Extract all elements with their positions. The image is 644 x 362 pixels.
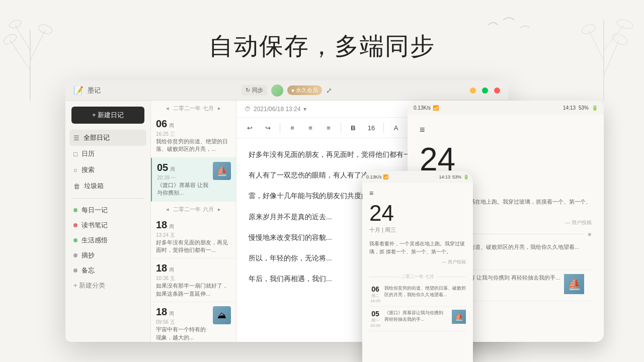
tablet-battery-label: 53% <box>579 105 589 111</box>
tag-quote-label: 摘抄 <box>82 251 95 260</box>
search-label: 搜索 <box>82 165 95 174</box>
heart-icon: ♥ <box>291 87 295 94</box>
diary-time-june-3: 09:56 五 <box>156 319 210 326</box>
all-diary-label: 全部日记 <box>84 133 110 142</box>
diary-item-june-2[interactable]: 18 周 10:36 五 如果没有那半一扇门就好了，如果这条路一直延伸... <box>151 258 236 302</box>
trash-icon: 🗑 <box>73 183 80 190</box>
list-icon: ☰ <box>73 134 79 142</box>
minimize-button[interactable] <box>470 87 476 94</box>
diary-item[interactable]: 06 周 16:25 三 我给你贫穷的街道、绝望的日落、破败郊区的月亮，... <box>151 114 236 158</box>
phone-date-sub: 十月 | 周三 <box>369 226 466 234</box>
sidebar-tags: 每日一记 读书笔记 生活感悟 摘抄 <box>65 203 150 278</box>
daily-dot-icon <box>73 208 77 212</box>
phone-date-big: 24 <box>369 202 466 224</box>
sync-button[interactable]: ↻ 同步 <box>242 85 267 96</box>
title-bar-center: ↻ 同步 ♥ 永久会员 ⤢ <box>180 84 393 97</box>
phone-preview-text: 我看着窗外，一个灵感在地上跑。我穿过玻璃，抓 摸着一个、第一个、第一个。 <box>369 240 466 256</box>
tablet-statusbar-right: 14:13 53% 🔋 <box>563 105 598 111</box>
main-container: 📝 墨记 ↻ 同步 ♥ 永久会员 ⤢ <box>65 80 604 352</box>
prev-month-icon[interactable]: ◂ <box>166 105 169 112</box>
phone-statusbar: 0.13K/s 📶 14:13 53% 🔋 <box>362 171 473 183</box>
memo-dot-icon <box>73 268 77 273</box>
tag-memo[interactable]: 备忘 <box>69 263 146 278</box>
tag-reading-label: 读书笔记 <box>82 221 108 230</box>
phone-day-2: 05 <box>369 310 381 318</box>
sidebar-item-trash[interactable]: 🗑 垃圾箱 <box>69 178 146 194</box>
align-center-button[interactable]: ≡ <box>303 121 317 135</box>
sidebar-item-all-diary[interactable]: ☰ 全部日记 <box>69 130 146 146</box>
diary-time-june-1: 13:24 五 <box>156 232 231 239</box>
date-expand-icon[interactable]: ▾ <box>303 106 306 113</box>
diary-date-june-2: 18 周 <box>156 262 231 274</box>
diary-june-3-content: 18 周 09:56 五 宇宙中有一个特有的现象，越大的... <box>156 306 210 341</box>
phone-meta-1: 周二16:25 <box>369 293 381 303</box>
sidebar-divider <box>71 198 144 199</box>
phone-menu-icon[interactable]: ≡ <box>369 189 466 197</box>
date-group-june: ◂ 二零二一年 六月 ▸ <box>151 202 236 215</box>
sidebar-item-calendar[interactable]: □ 日历 <box>69 146 146 162</box>
phone-section-line-left <box>369 277 399 277</box>
phone-diary-item-1[interactable]: 06 周二16:25 我给你贫穷的街道、绝望的日落、破败郊区的月亮，我给你久久地… <box>369 282 466 307</box>
diary-item-active[interactable]: 05 周 20:39 一 《渡口》席慕容 让我与你携别... ⛵ <box>151 158 236 202</box>
sidebar-item-search[interactable]: ○ 搜索 <box>69 162 146 178</box>
editor-date: ⏱ 2021/06/18 13:24 ▾ <box>245 106 306 113</box>
phone-meta-2: 周一20:39 <box>369 318 381 328</box>
bold-button[interactable]: B <box>346 121 360 135</box>
next-month-june-icon[interactable]: ▸ <box>218 206 221 213</box>
phone-date-col-2: 05 周一20:39 <box>369 310 381 328</box>
svg-point-6 <box>8 19 22 29</box>
sync-label: 同步 <box>252 86 263 94</box>
diary-day-june-1: 18 <box>156 219 167 231</box>
reading-dot-icon <box>73 223 77 227</box>
font-size-button[interactable]: 16 <box>364 121 378 135</box>
calendar-label: 日历 <box>82 149 95 158</box>
diary-june-2-content: 18 周 10:36 五 如果没有那半一扇门就好了，如果这条路一直延伸... <box>156 262 231 298</box>
tablet-ship-image: ⛵ <box>564 274 584 294</box>
diary-june-1-content: 18 周 13:24 五 好多年没有见面的朋友，再见面时，觉得他们都有一... <box>156 219 231 254</box>
expand-icon[interactable]: ⤢ <box>326 86 332 95</box>
diary-thumbnail-june-3: ⛰ <box>213 306 231 324</box>
diary-weekday: 周 <box>169 122 174 129</box>
phone-diary-item-2[interactable]: 05 周一20:39 《渡口》席慕容让我与你携到 再轻轻抽去我的手... ⛵ <box>369 307 466 331</box>
search-icon: ○ <box>73 166 77 174</box>
life-dot-icon <box>73 238 77 242</box>
sidebar-nav: ☰ 全部日记 □ 日历 ○ 搜索 🗑 垃圾箱 <box>65 130 150 194</box>
prev-month-june-icon[interactable]: ◂ <box>166 206 169 213</box>
phone-window: 0.13K/s 📶 14:13 53% 🔋 ≡ 24 十月 | 周三 我看着窗外… <box>362 171 473 362</box>
tablet-menu-icon[interactable]: ≡ <box>420 125 592 135</box>
tag-reading[interactable]: 读书笔记 <box>69 218 146 233</box>
june-label: 二零二一年 六月 <box>173 206 213 213</box>
close-button[interactable] <box>494 87 500 94</box>
new-category-button[interactable]: + 新建分类 <box>65 278 150 293</box>
date-group-july: ◂ 二零二一年 七月 ▸ <box>151 101 236 114</box>
phone-day-1: 06 <box>369 285 381 293</box>
tablet-network-label: 0.13K/s <box>414 105 431 111</box>
align-right-button[interactable]: ≡ <box>321 121 336 135</box>
tag-quote[interactable]: 摘抄 <box>69 248 146 263</box>
diary-item-june-1[interactable]: 18 周 13:24 五 好多年没有见面的朋友，再见面时，觉得他们都有一... <box>151 215 236 259</box>
diary-list-panel: ◂ 二零二一年 七月 ▸ 06 周 16:25 三 我给你贫穷的街道、绝望的日落… <box>151 101 236 342</box>
quote-dot-icon <box>73 253 77 257</box>
tablet-diary-thumbnail: ⛵ <box>564 274 584 294</box>
redo-button[interactable]: ↪ <box>261 121 275 135</box>
phone-network-label: 0.13K/s <box>366 174 382 179</box>
undo-button[interactable]: ↩ <box>243 121 257 135</box>
phone-section-line-right <box>436 277 466 277</box>
tag-daily[interactable]: 每日一记 <box>69 203 146 218</box>
new-diary-button[interactable]: + 新建日记 <box>71 107 144 124</box>
maximize-button[interactable] <box>482 87 488 94</box>
next-month-icon[interactable]: ▸ <box>218 105 221 112</box>
diary-weekday-june-2: 周 <box>169 266 174 274</box>
page-title: 自动保存，多端同步 <box>0 30 644 62</box>
editor-date-value: 2021/06/18 13:24 <box>254 106 300 113</box>
diary-weekday-june-1: 周 <box>169 223 174 230</box>
toolbar-divider-2 <box>341 123 341 133</box>
diary-date-2: 05 周 <box>157 162 210 173</box>
align-left-button[interactable]: ≡ <box>285 121 299 135</box>
diary-item-june-3[interactable]: 18 周 09:56 五 宇宙中有一个特有的现象，越大的... ⛰ <box>151 302 236 342</box>
font-color-button[interactable]: A <box>389 121 403 135</box>
title-bar-left: 📝 墨记 <box>73 85 180 95</box>
tag-life[interactable]: 生活感悟 <box>69 233 146 248</box>
diary-day-june-2: 18 <box>156 262 167 274</box>
phone-wifi-icon: 📶 <box>383 174 388 179</box>
